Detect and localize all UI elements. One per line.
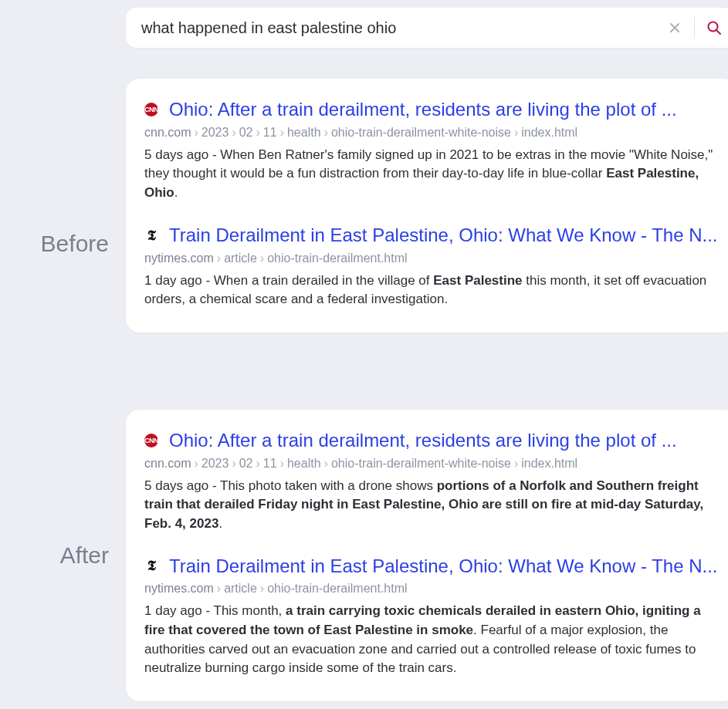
snippet-text: . <box>218 516 222 531</box>
chevron-right-icon: › <box>324 457 328 471</box>
cnn-favicon-icon: CNN <box>144 103 158 116</box>
breadcrumb-part: ohio-train-derailment.html <box>267 252 407 265</box>
search-result: 𝕿Train Derailment in East Palestine, Ohi… <box>144 555 718 678</box>
result-title[interactable]: Train Derailment in East Palestine, Ohio… <box>169 225 718 247</box>
chevron-right-icon: › <box>256 126 260 140</box>
chevron-right-icon: › <box>324 126 328 140</box>
breadcrumb-part: 2023 <box>201 126 229 140</box>
result-url-breadcrumb[interactable]: cnn.com › 2023 › 02 › 11 › health › ohio… <box>144 126 718 140</box>
breadcrumb-domain: nytimes.com <box>144 252 214 265</box>
result-age: 5 days ago <box>144 478 208 493</box>
chevron-right-icon: › <box>514 457 518 471</box>
nyt-favicon-icon: 𝕿 <box>144 228 158 242</box>
chevron-right-icon: › <box>256 457 260 471</box>
breadcrumb-part: ohio-train-derailment.html <box>267 582 407 596</box>
label-after: After <box>0 410 120 701</box>
search-result: 𝕿Train Derailment in East Palestine, Ohi… <box>144 225 718 309</box>
snippet-text: This photo taken with a drone shows <box>220 478 437 493</box>
breadcrumb-part: ohio-train-derailment-white-noise <box>331 126 511 140</box>
breadcrumb-part: 02 <box>239 126 253 140</box>
label-before: Before <box>0 79 120 410</box>
snippet-text: . <box>174 185 178 200</box>
chevron-right-icon: › <box>260 582 264 596</box>
breadcrumb-domain: cnn.com <box>144 457 191 471</box>
result-url-breadcrumb[interactable]: nytimes.com › article › ohio-train-derai… <box>144 582 718 596</box>
search-actions <box>663 16 726 39</box>
breadcrumb-part: 11 <box>263 457 277 471</box>
breadcrumb-part: 11 <box>263 126 277 140</box>
search-input[interactable] <box>141 19 663 37</box>
result-age: 1 day ago <box>144 273 202 288</box>
chevron-right-icon: › <box>232 457 235 471</box>
result-snippet: 1 day ago - This month, a train carrying… <box>144 602 718 678</box>
divider <box>694 17 695 39</box>
result-age: 5 days ago <box>144 147 208 162</box>
result-age: 1 day ago <box>144 603 202 618</box>
breadcrumb-part: index.html <box>521 457 577 471</box>
result-title[interactable]: Train Derailment in East Palestine, Ohio… <box>169 555 718 578</box>
chevron-right-icon: › <box>260 252 264 265</box>
result-title[interactable]: Ohio: After a train derailment, resident… <box>169 430 677 452</box>
nyt-favicon-icon: 𝕿 <box>144 559 158 573</box>
search-bar <box>126 8 728 48</box>
results-card-after: CNNOhio: After a train derailment, resid… <box>126 410 728 701</box>
breadcrumb-domain: cnn.com <box>144 126 191 140</box>
chevron-right-icon: › <box>194 457 198 471</box>
chevron-right-icon: › <box>217 582 221 596</box>
breadcrumb-part: ohio-train-derailment-white-noise <box>331 457 511 471</box>
breadcrumb-part: index.html <box>521 126 577 140</box>
breadcrumb-domain: nytimes.com <box>144 582 214 596</box>
snippet-text: This month, <box>214 603 286 618</box>
result-snippet: 5 days ago - When Ben Ratner's family si… <box>144 146 718 203</box>
breadcrumb-part: article <box>224 582 257 596</box>
result-title[interactable]: Ohio: After a train derailment, resident… <box>169 99 677 121</box>
result-url-breadcrumb[interactable]: nytimes.com › article › ohio-train-derai… <box>144 252 718 265</box>
breadcrumb-part: 2023 <box>201 457 229 471</box>
breadcrumb-part: 02 <box>239 457 253 471</box>
cnn-favicon-icon: CNN <box>144 434 158 447</box>
result-snippet: 5 days ago - This photo taken with a dro… <box>144 477 718 534</box>
chevron-right-icon: › <box>232 126 235 140</box>
snippet-text: When a train derailed in the village of <box>214 273 433 288</box>
chevron-right-icon: › <box>514 126 518 140</box>
chevron-right-icon: › <box>217 252 221 265</box>
chevron-right-icon: › <box>194 126 198 140</box>
svg-point-0 <box>708 22 717 32</box>
search-result: CNNOhio: After a train derailment, resid… <box>144 99 718 203</box>
breadcrumb-part: article <box>224 252 257 265</box>
result-snippet: 1 day ago - When a train derailed in the… <box>144 272 718 309</box>
chevron-right-icon: › <box>280 126 284 140</box>
result-url-breadcrumb[interactable]: cnn.com › 2023 › 02 › 11 › health › ohio… <box>144 457 718 471</box>
search-icon[interactable] <box>703 16 726 39</box>
clear-icon[interactable] <box>663 16 686 39</box>
breadcrumb-part: health <box>287 126 321 140</box>
snippet-highlight: East Palestine <box>433 273 522 288</box>
breadcrumb-part: health <box>287 457 321 471</box>
results-card-before: CNNOhio: After a train derailment, resid… <box>126 79 728 333</box>
chevron-right-icon: › <box>280 457 284 471</box>
search-result: CNNOhio: After a train derailment, resid… <box>144 430 718 534</box>
